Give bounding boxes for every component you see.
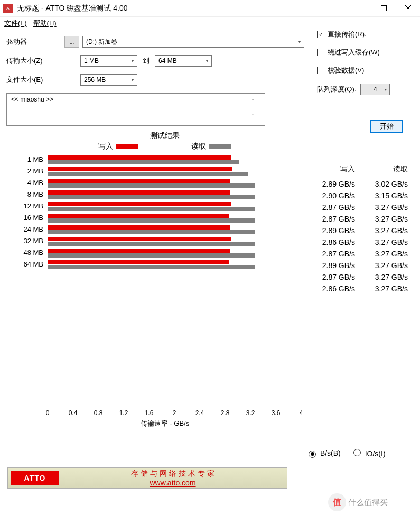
minimize-button[interactable] [347, 0, 371, 17]
legend-read-label: 读取 [191, 142, 206, 151]
transfer-from-value: 1 MB [84, 57, 99, 65]
bypass-cache-label: 绕过写入缓存(W) [328, 48, 380, 57]
y-label: 4 MB [6, 179, 48, 190]
result-write: 2.87 GB/s [302, 273, 355, 281]
close-button[interactable] [396, 0, 420, 17]
result-read: 3.27 GB/s [355, 284, 408, 293]
result-row: 2.87 GB/s3.27 GB/s [302, 271, 408, 283]
bypass-cache-checkbox[interactable]: 绕过写入缓存(W) [317, 48, 407, 57]
write-bar [48, 237, 231, 241]
write-bar [48, 179, 230, 183]
read-header: 读取 [355, 164, 408, 174]
result-write: 2.87 GB/s [302, 203, 355, 212]
maximize-button[interactable] [371, 0, 396, 17]
transfer-from-select[interactable]: 1 MB ▾ [80, 55, 137, 67]
results-table: 写入 读取 2.89 GB/s3.02 GB/s2.90 GB/s3.15 GB… [302, 164, 408, 295]
y-label: 64 MB [6, 260, 48, 272]
y-label: 8 MB [6, 190, 48, 202]
read-swatch [209, 144, 231, 149]
y-axis-labels: 1 MB2 MB4 MB8 MB12 MB16 MB24 MB32 MB48 M… [6, 154, 48, 408]
y-label: 24 MB [6, 225, 48, 237]
bar-pair [48, 247, 301, 259]
description-box[interactable]: << miaoshu >> ˆ ˇ [6, 93, 265, 126]
legend-write: 写入 [98, 142, 138, 151]
verify-label: 校验数据(V) [328, 66, 364, 75]
transfer-to-select[interactable]: 64 MB ▾ [155, 55, 212, 67]
chart-legend: 写入 读取 [6, 142, 302, 151]
spinner-arrows[interactable]: ˆ ˇ [252, 96, 260, 123]
radio-selected-icon [309, 451, 316, 458]
x-tick: 3.6 [272, 409, 281, 417]
queue-depth-value: 4 [374, 86, 377, 93]
y-label: 48 MB [6, 249, 48, 260]
bar-pair [48, 154, 301, 166]
browse-button[interactable]: ... [64, 36, 79, 48]
result-write: 2.87 GB/s [302, 215, 355, 223]
radio-ios[interactable]: IO/s(I) [353, 449, 386, 458]
result-row: 2.89 GB/s3.27 GB/s [302, 260, 408, 271]
atto-logo: ATTO [11, 471, 59, 485]
queue-depth-select[interactable]: 4 ▾ [360, 84, 390, 95]
result-read: 3.27 GB/s [355, 215, 408, 223]
write-bar [48, 202, 231, 206]
result-read: 3.02 GB/s [355, 180, 408, 188]
bar-pair [48, 236, 301, 247]
read-bar [48, 242, 255, 246]
footer-url[interactable]: www.atto.com [59, 479, 287, 487]
read-bar [48, 207, 255, 211]
filesize-select[interactable]: 256 MB ▾ [80, 74, 137, 86]
footer-text: 存 储 与 网 络 技 术 专 家 www.atto.com [59, 469, 287, 487]
plot-area [48, 154, 301, 408]
y-label: 32 MB [6, 237, 48, 249]
bar-pair [48, 213, 301, 224]
result-read: 3.27 GB/s [355, 226, 408, 235]
result-write: 2.86 GB/s [302, 238, 355, 246]
watermark: 值 什么值得买 [328, 493, 418, 512]
result-row: 2.86 GB/s3.27 GB/s [302, 236, 408, 248]
drive-select[interactable]: (D:) 新加卷 ▾ [82, 36, 304, 48]
write-bar [48, 167, 232, 171]
result-write: 2.90 GB/s [302, 191, 355, 200]
radio-bs[interactable]: B/s(B) [309, 449, 341, 458]
write-bar [48, 190, 230, 195]
svg-rect-1 [381, 6, 386, 11]
chevron-down-icon[interactable]: ˇ [252, 114, 260, 120]
radio-icon [353, 449, 361, 456]
result-row: 2.87 GB/s3.27 GB/s [302, 201, 408, 213]
checkbox-icon [317, 49, 324, 56]
read-bar [48, 183, 255, 188]
direct-io-checkbox[interactable]: ✓ 直接传输(R). [317, 30, 407, 39]
radio-bs-label: B/s(B) [320, 449, 341, 457]
result-write: 2.86 GB/s [302, 284, 355, 293]
menu-help[interactable]: 帮助(H) [33, 19, 57, 28]
write-swatch [116, 144, 138, 149]
y-label: 1 MB [6, 155, 48, 167]
x-tick: 2 [173, 409, 176, 417]
chevron-down-icon: ▾ [380, 87, 387, 92]
y-label: 16 MB [6, 214, 48, 225]
x-tick: 0 [46, 409, 50, 417]
start-button[interactable]: 开始 [370, 120, 403, 133]
bar-pair [48, 224, 301, 236]
y-label: 12 MB [6, 202, 48, 214]
watermark-text: 什么值得买 [348, 498, 388, 508]
menubar: 文件(F) 帮助(H) [0, 17, 420, 30]
chevron-down-icon: ▾ [294, 40, 301, 44]
x-tick: 2.8 [221, 409, 230, 417]
titlebar: A 无标题 - ATTO 磁盘基准测试 4.00 [0, 0, 420, 17]
write-header: 写入 [302, 164, 355, 174]
verify-checkbox[interactable]: 校验数据(V) [317, 66, 407, 75]
write-bar [48, 214, 229, 218]
footer-banner: ATTO 存 储 与 网 络 技 术 专 家 www.atto.com [7, 467, 287, 489]
menu-file[interactable]: 文件(F) [4, 19, 27, 28]
result-row: 2.89 GB/s3.02 GB/s [302, 178, 408, 190]
write-bar [48, 155, 231, 160]
x-axis-label: 传输速率 - GB/s [6, 419, 302, 428]
options-panel: ✓ 直接传输(R). 绕过写入缓存(W) 校验数据(V) 队列深度(Q). 4 … [317, 30, 407, 95]
chevron-up-icon[interactable]: ˆ [252, 99, 260, 105]
result-write: 2.87 GB/s [302, 250, 355, 258]
read-bar [48, 230, 255, 234]
y-label: 2 MB [6, 167, 48, 179]
app-icon: A [3, 4, 13, 13]
read-bar [48, 218, 255, 223]
